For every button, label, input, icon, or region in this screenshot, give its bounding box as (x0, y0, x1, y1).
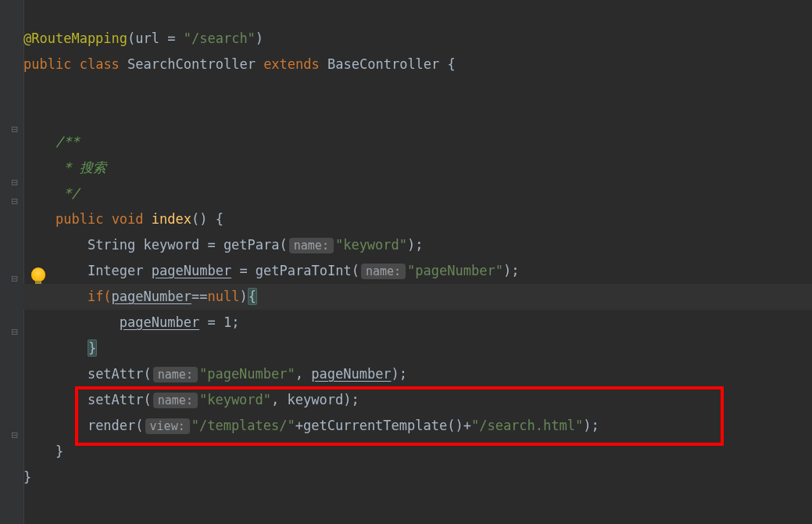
punct: , (295, 366, 311, 382)
class-name: SearchController (127, 56, 256, 72)
code: setAttr( (88, 366, 152, 382)
fold-icon[interactable] (9, 326, 20, 336)
punct: ); (392, 366, 407, 382)
code-line (23, 0, 812, 26)
param-hint: name: (361, 264, 406, 279)
punct: ) (256, 31, 263, 46)
annotation: @RouteMapping (23, 31, 127, 46)
code: = 1; (199, 314, 239, 330)
code-line: } (23, 465, 812, 490)
keyword: public (23, 56, 71, 72)
code-line: Integer pageNumber = getParaToInt(name:"… (23, 258, 812, 284)
brace-matched: { (248, 288, 257, 305)
keyword: null (207, 289, 239, 304)
javadoc: /** (55, 134, 80, 149)
code: String keyword = getPara( (88, 237, 288, 253)
variable: pageNumber (112, 289, 191, 304)
code-line: render(view:"/templates/"+getCurrentTemp… (23, 413, 812, 439)
param-hint: name: (289, 238, 334, 253)
variable: pageNumber (311, 366, 391, 382)
variable: pageNumber (120, 314, 199, 330)
code-line: * 搜索 (23, 155, 812, 181)
code-line: @RouteMapping(url = "/search") (23, 26, 812, 52)
code-editor[interactable]: @RouteMapping(url = "/search") public cl… (23, 0, 812, 524)
fold-icon[interactable] (9, 429, 20, 440)
string-literal: "pageNumber" (407, 263, 503, 278)
fold-icon[interactable] (9, 273, 20, 283)
method-name: index (152, 211, 191, 227)
code-line (23, 77, 812, 103)
fold-icon[interactable] (9, 124, 20, 134)
gutter (0, 0, 24, 524)
string-literal: "pageNumber" (199, 366, 295, 382)
code-line-highlighted: if(pageNumber==null){ (23, 284, 812, 310)
op: == (191, 289, 207, 304)
code: , keyword); (271, 392, 359, 407)
string-literal: "keyword" (199, 392, 271, 407)
brace: } (23, 469, 31, 485)
code-line: String keyword = getPara(name:"keyword")… (23, 232, 812, 258)
string-literal: "keyword" (335, 237, 407, 253)
code: = getParaToInt( (231, 263, 359, 278)
code-line: /** (23, 129, 812, 155)
code: render( (88, 418, 144, 433)
param: url = (135, 31, 183, 46)
code-line: public void index() { (23, 206, 812, 232)
code: setAttr( (88, 392, 152, 407)
code: Integer (88, 263, 152, 278)
fold-icon[interactable] (9, 177, 20, 187)
keyword: if( (88, 289, 112, 304)
punct: ); (503, 263, 519, 278)
punct: () { (191, 211, 224, 227)
javadoc: */ (55, 185, 80, 201)
code-line (23, 103, 812, 129)
string-literal: "/templates/" (191, 418, 295, 433)
code-line: setAttr(name:"pageNumber", pageNumber); (23, 361, 812, 387)
javadoc: * 搜索 (55, 160, 106, 175)
brace-matched: } (88, 339, 97, 357)
punct: ); (407, 237, 423, 253)
intention-bulb-icon[interactable] (31, 267, 47, 283)
fold-icon[interactable] (9, 196, 20, 206)
lightbulb-icon (31, 267, 45, 282)
param-hint: name: (153, 367, 198, 382)
keyword: void (112, 211, 144, 227)
param-hint: view: (145, 418, 190, 434)
param-hint: name: (153, 393, 198, 408)
code-line: */ (23, 181, 812, 206)
keyword: extends (263, 56, 320, 72)
code-line: } (23, 439, 812, 465)
punct: ) (239, 289, 247, 304)
brace: } (55, 443, 63, 459)
code: +getCurrentTemplate()+ (295, 418, 471, 433)
class-name: BaseController (327, 56, 439, 72)
brace: { (448, 56, 456, 72)
string-literal: "/search.html" (471, 418, 583, 433)
punct: ( (127, 31, 135, 46)
code-line: setAttr(name:"keyword", keyword); (23, 387, 812, 413)
variable: pageNumber (152, 263, 231, 278)
code-line: } (23, 336, 812, 361)
code-line: public class SearchController extends Ba… (23, 52, 812, 77)
keyword: public (55, 211, 103, 227)
string-literal: "/search" (184, 31, 256, 46)
keyword: class (80, 56, 120, 72)
code-line: pageNumber = 1; (23, 310, 812, 336)
punct: ); (583, 418, 599, 433)
